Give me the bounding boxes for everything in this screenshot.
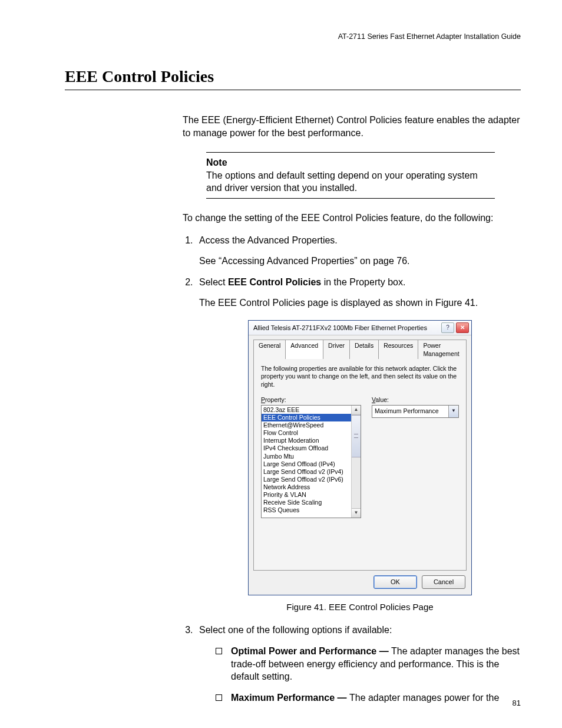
list-item[interactable]: Large Send Offload v2 (IPv4): [262, 468, 351, 476]
step-2-pre: Select: [199, 277, 228, 287]
tab-power-management[interactable]: Power Management: [418, 340, 467, 359]
tab-advanced[interactable]: Advanced: [285, 340, 323, 359]
ok-button[interactable]: OK: [373, 575, 417, 589]
tab-panel-advanced: The following properties are available f…: [253, 358, 467, 571]
property-listbox[interactable]: 802.3az EEE EEE Control Policies Etherne…: [261, 405, 361, 518]
property-label: Property:: [261, 396, 361, 404]
option-maximum: Maximum Performance — The adapter manage…: [216, 691, 521, 704]
figure-caption: Figure 41. EEE Control Policies Page: [199, 601, 521, 613]
option-maximum-desc: The adapter manages power for the: [349, 693, 499, 703]
page-number: 81: [513, 699, 521, 707]
step-1-sub: See “Accessing Advanced Properties” on p…: [199, 255, 521, 268]
step-1-text: Access the Advanced Properties.: [199, 235, 338, 245]
section-title: EEE Control Policies: [65, 67, 521, 86]
list-item[interactable]: Interrupt Moderation: [262, 437, 351, 444]
tab-resources[interactable]: Resources: [378, 340, 418, 359]
step-2: Select EEE Control Policies in the Prope…: [196, 276, 521, 614]
option-maximum-label: Maximum Performance —: [231, 693, 349, 703]
step-3: Select one of the following options if a…: [196, 624, 521, 704]
note-text: The options and default setting depend o…: [206, 170, 478, 193]
listbox-scrollbar[interactable]: ▲ ▼: [351, 406, 361, 518]
list-item-selected[interactable]: EEE Control Policies: [262, 414, 351, 421]
step-3-text: Select one of the following options if a…: [199, 625, 392, 635]
dialog-titlebar: Allied Telesis AT-2711FXv2 100Mb Fiber E…: [249, 321, 471, 335]
step-2-sub: The EEE Control Policies page is display…: [199, 297, 521, 309]
scroll-up-icon[interactable]: ▲: [352, 406, 361, 415]
note-box: Note The options and default setting dep…: [206, 152, 495, 199]
tab-general[interactable]: General: [253, 340, 286, 359]
step-1: Access the Advanced Properties. See “Acc…: [196, 234, 521, 268]
scroll-thumb[interactable]: [352, 415, 361, 457]
step-2-bold: EEE Control Policies: [228, 277, 321, 287]
list-item[interactable]: Large Send Offload v2 (IPv6): [262, 476, 351, 483]
list-item[interactable]: IPv4 Checksum Offload: [262, 444, 351, 452]
dialog-title: Allied Telesis AT-2711FXv2 100Mb Fiber E…: [253, 324, 441, 332]
list-item[interactable]: Priority & VLAN: [262, 491, 351, 499]
value-label: Value:: [372, 396, 459, 404]
tab-driver[interactable]: Driver: [323, 340, 350, 359]
tabstrip: General Advanced Driver Details Resource…: [249, 335, 471, 358]
list-item[interactable]: 802.3az EEE: [262, 406, 351, 414]
help-icon[interactable]: ?: [441, 322, 454, 333]
list-item[interactable]: Network Address: [262, 483, 351, 491]
list-item[interactable]: Large Send Offload (IPv4): [262, 460, 351, 468]
value-combo-text: Maximum Performance: [372, 406, 448, 417]
list-item[interactable]: Receive Side Scaling: [262, 499, 351, 506]
value-combo[interactable]: Maximum Performance ▼: [372, 405, 459, 418]
close-icon[interactable]: ✕: [456, 322, 469, 333]
intro-paragraph: The EEE (Energy-Efficient Ethernet) Cont…: [183, 114, 521, 139]
figure-41: Allied Telesis AT-2711FXv2 100Mb Fiber E…: [248, 320, 472, 595]
list-item[interactable]: Ethernet@WireSpeed: [262, 421, 351, 429]
step-2-post: in the Property box.: [321, 277, 405, 287]
note-label: Note: [206, 157, 227, 167]
list-item[interactable]: Flow Control: [262, 429, 351, 437]
chevron-down-icon[interactable]: ▼: [448, 406, 458, 417]
scroll-down-icon[interactable]: ▼: [352, 508, 361, 518]
tab-description: The following properties are available f…: [261, 365, 459, 388]
running-head: AT-2711 Series Fast Ethernet Adapter Ins…: [65, 32, 521, 41]
option-optimal-label: Optimal Power and Performance —: [231, 646, 391, 656]
section-rule: [65, 90, 521, 90]
lead-in: To change the setting of the EEE Control…: [183, 212, 521, 225]
property-list-items[interactable]: 802.3az EEE EEE Control Policies Etherne…: [262, 406, 351, 518]
properties-dialog: Allied Telesis AT-2711FXv2 100Mb Fiber E…: [248, 320, 472, 595]
list-item[interactable]: RSS Queues: [262, 506, 351, 514]
cancel-button[interactable]: Cancel: [422, 575, 465, 589]
tab-details[interactable]: Details: [349, 340, 379, 359]
option-optimal: Optimal Power and Performance — The adap…: [216, 645, 521, 683]
list-item[interactable]: Jumbo Mtu: [262, 453, 351, 460]
